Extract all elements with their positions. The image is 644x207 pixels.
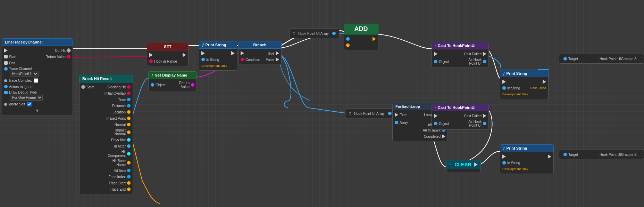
cast1-object-pin <box>434 60 437 63</box>
node-target-ps: ƒ Print String In String Development Onl… <box>500 144 554 174</box>
bhr-normal-label: Normal <box>104 123 126 127</box>
branch-false-label: False <box>261 58 274 62</box>
node-add-title: ADD <box>347 25 375 33</box>
node-ha2-body: ⠿ Hook Point UI Array <box>345 109 395 118</box>
add-in1-pin <box>346 37 350 41</box>
node-add-header: ADD <box>344 24 378 34</box>
node-ps2-header: ƒ Print String <box>500 70 549 77</box>
node-branch-header: Branch <box>238 41 282 49</box>
cast1-as-label: As Hook Point UI <box>461 58 482 65</box>
clear-grid-icon: ⠿ <box>449 163 452 166</box>
set-exec-out <box>183 53 186 57</box>
bhr-physmat-label: Phys Mat <box>104 138 126 142</box>
ps1-in-string-pin <box>201 58 205 61</box>
node-branch-body: True Condition False <box>238 49 282 64</box>
node-clear-title: CLEAR <box>454 162 471 167</box>
node-print-string-1: ƒ Print String In String Development Onl… <box>199 41 237 71</box>
bhr-hitbone-label: Hit Bone Name <box>104 159 126 167</box>
ps1-icon: ƒ <box>202 43 204 47</box>
ps2-cast-failed: Cast Failed <box>530 86 546 90</box>
bhr-traceend-pin <box>127 188 131 191</box>
bhr-hitbone-pin <box>127 161 131 165</box>
ps2-exec-out <box>543 80 546 84</box>
bhr-tracestart-label: Trace Start <box>104 181 126 185</box>
bhr-hitactor-label: Hit Actor <box>104 144 126 148</box>
node-set-title: SET <box>150 45 185 49</box>
bhr-hitcomp-pin <box>127 152 131 156</box>
trace-channel-pin <box>4 67 8 71</box>
trace-complex-checkbox[interactable] <box>34 78 38 83</box>
bhr-location-label: Location <box>104 110 126 114</box>
node-tg1-body: Target Hook Point UIGrapple S... <box>559 54 644 64</box>
fe-completed-label: Completed <box>418 135 441 138</box>
debug-type-select[interactable]: For One Frame <box>10 95 43 101</box>
ps2-in-string-label: In String <box>507 86 528 90</box>
branch-cond-pin <box>241 58 244 61</box>
node-break-hit: Break Hit Result Start Blocking Hit Init… <box>79 75 133 194</box>
bhr-overlap-pin <box>127 91 131 95</box>
trace-complex-label: Trace Complex <box>8 79 32 82</box>
node-bhr-title: Break Hit Result <box>82 77 112 81</box>
node-ps2-body: In String Cast Failed Development Only <box>500 77 549 99</box>
node-cast2-header: » Cast To HookPointUI <box>432 104 489 111</box>
actors-pin <box>4 85 8 88</box>
bhr-physmat-pin <box>127 138 131 142</box>
node-ps2-title: Print String <box>507 71 527 75</box>
branch-true-label: True <box>261 51 275 55</box>
tps-dev-only: Development Only <box>502 167 528 171</box>
tps-in-string-pin <box>502 161 506 165</box>
ps1-exec-in <box>201 51 205 55</box>
node-ps1-body: In String Development Only <box>199 49 237 71</box>
cast2-object-label: Object <box>439 122 460 126</box>
out-hit-label: Out Hit <box>38 49 66 53</box>
node-gdn-header: ƒ Get Display Name <box>148 71 197 79</box>
start-label: Start <box>9 55 37 59</box>
tg2-grapple-label: Hook Point UIGrapple S... <box>600 153 639 157</box>
add-out-pin <box>373 37 376 41</box>
node-set: SET Hook in Range <box>147 43 189 66</box>
node-tg2-body: Target Hook Point UIGrapple S... <box>559 150 644 159</box>
bhr-impnorm-pin <box>127 130 131 134</box>
node-hook-array-2: ⠿ Hook Point UI Array <box>345 109 395 118</box>
gdn-return-pin <box>191 83 194 87</box>
bhr-time-pin <box>127 98 131 101</box>
gdn-object-label: Object <box>156 83 172 87</box>
branch-cond-label: Condition <box>245 58 260 62</box>
ps2-dev-only: Development Only <box>502 93 528 96</box>
cast2-as-pin <box>483 122 486 125</box>
ps2-icon: ƒ <box>503 72 505 75</box>
ha1-grid-icon: ⠿ <box>293 32 295 35</box>
cast1-failed-label: Cast Failed <box>461 52 482 56</box>
node-target-grapple-2: Target Hook Point UIGrapple S... <box>559 150 644 159</box>
ps1-in-string-label: In String <box>206 58 235 62</box>
bhr-blocking-pin <box>127 85 131 89</box>
node-bhr-body: Start Blocking Hit Initial Overlap Time … <box>79 82 133 194</box>
cast2-exec-in <box>434 114 437 118</box>
actors-label: Actors to Ignore <box>9 85 70 89</box>
node-hook-array-1: ⠿ Hook Point UI Array <box>289 29 340 38</box>
tps-icon: ƒ <box>503 146 505 150</box>
tg2-target-pin <box>563 153 567 156</box>
ignore-self-label: Ignore Self <box>8 102 25 106</box>
branch-exec-in <box>241 51 244 55</box>
expand-icon: ▼ <box>35 108 40 113</box>
node-tps-header: ƒ Print String <box>500 144 554 152</box>
ignore-self-checkbox[interactable] <box>27 102 32 106</box>
node-clear-header: ⠿ CLEAR <box>446 160 481 169</box>
start-pin <box>4 55 8 58</box>
clear-exec-out <box>474 162 478 167</box>
bhr-faceindex-pin <box>127 175 131 178</box>
node-set-body: Hook in Range <box>147 50 189 66</box>
bhr-tracestart-pin <box>127 181 131 185</box>
bhr-time-label: Time <box>104 98 126 102</box>
node-line-trace-title: LineTraceByChannel <box>5 40 43 44</box>
node-target-grapple-1: Target Hook Point UIGrapple S... <box>559 54 644 64</box>
debug-type-pin <box>4 91 8 94</box>
set-hook-label: Hook in Range <box>154 59 186 63</box>
node-bhr-header: Break Hit Result <box>79 75 133 82</box>
node-add: ADD <box>344 24 378 50</box>
cast2-object-pin <box>434 122 437 125</box>
trace-channel-select[interactable]: HookPointUI <box>10 71 39 77</box>
bhr-traceend-label: Trace End <box>104 188 126 191</box>
gdn-return-label: Return Value <box>173 81 190 89</box>
